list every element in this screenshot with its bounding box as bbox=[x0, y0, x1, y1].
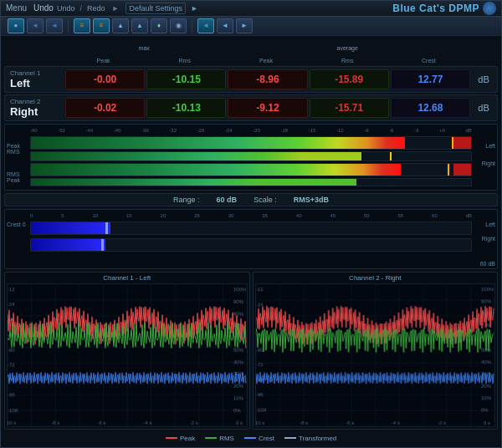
ch1-max-rms[interactable]: -10.15 bbox=[146, 69, 226, 89]
main-content: max average Peak Rms Peak Rms Crest Chan bbox=[1, 36, 501, 447]
redo-button[interactable]: Redo bbox=[87, 4, 105, 13]
graph-channel-1: Channel 1 - Left bbox=[4, 272, 250, 430]
legend-rms-color bbox=[205, 437, 217, 439]
vu-left-peak-label: Peak RMS bbox=[7, 143, 20, 155]
legend-crest: Crest bbox=[244, 435, 274, 442]
ch1-avg-rms[interactable]: -15.89 bbox=[310, 69, 389, 89]
toolbar-btn-5[interactable]: ≡ bbox=[93, 18, 110, 33]
ch2-max-peak[interactable]: -0.02 bbox=[65, 98, 145, 118]
sh-rms2: Rms bbox=[307, 58, 388, 64]
undo-redo-group: Undo Undo / Redo ► Default Settings ► bbox=[33, 3, 198, 14]
vu-bar-left-rms bbox=[30, 151, 472, 161]
legend-peak: Peak bbox=[166, 435, 195, 442]
menu-button[interactable]: Menu bbox=[6, 3, 27, 13]
range-value: 60 dB bbox=[217, 196, 238, 204]
vu-bar-right-rms bbox=[30, 178, 472, 186]
sh-db bbox=[469, 58, 494, 64]
undo-button[interactable]: Undo bbox=[33, 3, 54, 13]
legend-peak-color bbox=[166, 437, 177, 439]
crest-db-label: 60 dB bbox=[480, 261, 495, 267]
graph-2-plot bbox=[256, 284, 495, 426]
app-icon bbox=[483, 2, 496, 15]
channel-1-num: Channel 1 bbox=[10, 69, 59, 77]
scale-label: Scale : bbox=[254, 196, 277, 204]
ch2-avg-rms[interactable]: -15.71 bbox=[310, 98, 389, 118]
toolbar-sep-2 bbox=[192, 19, 192, 33]
channel-2-label: Channel 2 Right bbox=[5, 96, 64, 120]
legend-rms-label: RMS bbox=[219, 435, 234, 442]
channel-1-label: Channel 1 Left bbox=[5, 68, 64, 91]
toolbar-btn-12[interactable]: ► bbox=[236, 18, 253, 33]
title-bar-left: Menu Undo Undo / Redo ► Default Settings… bbox=[6, 3, 198, 14]
ch2-crest[interactable]: 12.68 bbox=[391, 98, 470, 118]
toolbar-btn-3[interactable]: ◄ bbox=[46, 18, 63, 33]
legend-crest-label: Crest bbox=[259, 435, 274, 442]
ch2-avg-peak[interactable]: -9.12 bbox=[228, 98, 307, 118]
graph-1-plot bbox=[8, 284, 247, 426]
crest-bar-1 bbox=[30, 221, 472, 235]
toolbar-btn-11[interactable]: ◄ bbox=[217, 18, 233, 33]
header-metrics: max average bbox=[63, 45, 498, 51]
channel-1-row: Channel 1 Left -0.00 -10.15 -8.96 -15.89… bbox=[4, 66, 498, 93]
app-title: Blue Cat's DPMP bbox=[392, 3, 479, 14]
legend-rms: RMS bbox=[205, 435, 234, 442]
legend-transformed-label: Transformed bbox=[299, 435, 336, 442]
toolbar-btn-2[interactable]: ◄ bbox=[27, 18, 44, 33]
legend-bar: Peak RMS Crest Transformed bbox=[4, 432, 498, 444]
title-bar: Menu Undo Undo / Redo ► Default Settings… bbox=[1, 1, 501, 17]
toolbar-sep-1 bbox=[68, 19, 69, 33]
ch1-max-peak[interactable]: -0.00 bbox=[65, 69, 145, 89]
graph-channel-2: Channel 2 - Right bbox=[253, 272, 499, 430]
legend-transformed: Transformed bbox=[284, 435, 336, 442]
toolbar: ● ◄ ◄ ≡ ≡ ▲ ▲ ♦ ◉ ◄ ◄ ► bbox=[1, 17, 501, 37]
sh-rms: Rms bbox=[144, 58, 225, 64]
range-label: Range : bbox=[173, 196, 200, 204]
sh-peak: Peak bbox=[63, 58, 144, 64]
ch1-avg-peak[interactable]: -8.96 bbox=[228, 69, 307, 89]
subheader-metrics: Peak Rms Peak Rms Crest bbox=[63, 58, 498, 64]
toolbar-btn-6[interactable]: ▲ bbox=[112, 18, 129, 33]
toolbar-power-btn[interactable]: ● bbox=[8, 18, 24, 33]
sh-peak2: Peak bbox=[225, 58, 306, 64]
toolbar-btn-8[interactable]: ♦ bbox=[151, 18, 167, 33]
graph-2-title: Channel 2 - Right bbox=[255, 274, 496, 282]
crest-scale-top: 051015202530354045505560dB bbox=[30, 213, 472, 218]
ch1-crest[interactable]: 12.77 bbox=[391, 69, 470, 89]
toolbar-btn-9[interactable]: ◉ bbox=[170, 18, 187, 33]
toolbar-btn-4[interactable]: ≡ bbox=[74, 18, 90, 33]
range-scale-bar[interactable]: Range : 60 dB Scale : RMS+3dB bbox=[4, 193, 498, 206]
legend-crest-color bbox=[244, 437, 256, 439]
vu-meter-section[interactable]: -60-52-44-40-36-32-28-24-20-18-15-12-9-6… bbox=[4, 124, 498, 191]
header-db-spacer bbox=[469, 45, 494, 51]
crest-section: 051015202530354045505560dB Crest 0 Left … bbox=[4, 209, 498, 269]
channel-2-row: Channel 2 Right -0.02 -10.13 -9.12 -15.7… bbox=[4, 94, 498, 121]
graph-1-title: Channel 1 - Left bbox=[7, 274, 248, 282]
graph-2-canvas[interactable] bbox=[255, 283, 496, 427]
channel-1-metrics: -0.00 -10.15 -8.96 -15.89 12.77 dB bbox=[64, 66, 497, 93]
metrics-header-row: max average bbox=[4, 39, 498, 51]
channels-section: Channel 1 Left -0.00 -10.15 -8.96 -15.89… bbox=[4, 66, 498, 121]
app-title-group: Blue Cat's DPMP bbox=[392, 2, 496, 15]
channel-2-num: Channel 2 bbox=[10, 98, 59, 105]
crest-left-label: Crest 0 bbox=[7, 221, 26, 227]
crest-bar-2 bbox=[30, 238, 472, 252]
sh-crest: Crest bbox=[388, 58, 469, 64]
vu-bottom-left-label: RMS Peak bbox=[7, 171, 20, 183]
channel-2-name: Right bbox=[10, 105, 59, 118]
undo-label: Undo bbox=[57, 4, 75, 13]
graph-1-canvas[interactable] bbox=[7, 283, 248, 427]
scale-value: RMS+3dB bbox=[294, 196, 329, 204]
legend-peak-label: Peak bbox=[180, 435, 195, 442]
default-settings-button[interactable]: Default Settings bbox=[126, 3, 186, 14]
toolbar-btn-10[interactable]: ◄ bbox=[197, 18, 214, 33]
vu-bar-left bbox=[30, 136, 472, 150]
vu-bar-right bbox=[30, 163, 472, 176]
channel-2-metrics: -0.02 -10.13 -9.12 -15.71 12.68 dB bbox=[64, 94, 497, 121]
toolbar-btn-7[interactable]: ▲ bbox=[131, 18, 148, 33]
legend-transformed-color bbox=[284, 437, 296, 439]
ch2-max-rms[interactable]: -10.13 bbox=[146, 98, 226, 118]
crest-right-labels: Left Right bbox=[482, 221, 495, 242]
header-max: max bbox=[63, 45, 225, 51]
vu-right-labels: Left Right bbox=[482, 143, 495, 166]
ch2-db: dB bbox=[472, 103, 495, 113]
